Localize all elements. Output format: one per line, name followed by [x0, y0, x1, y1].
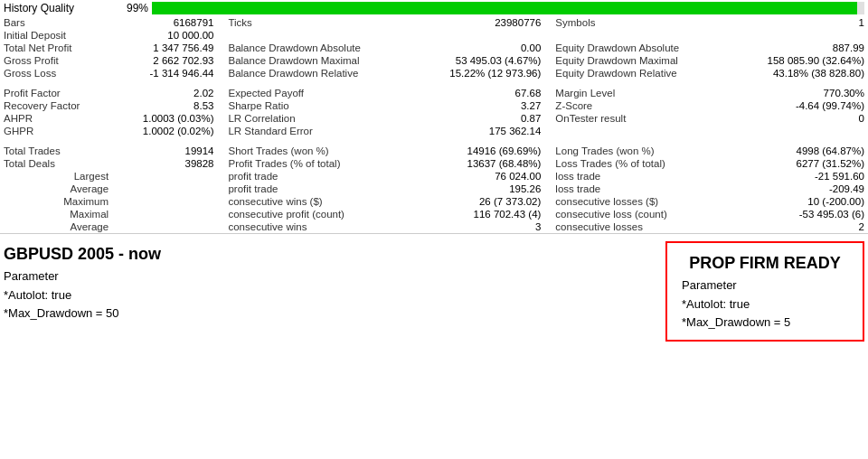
cell-label: Profit Trades (% of total)	[224, 157, 411, 170]
cell-value: 13637 (68.48%)	[412, 157, 544, 170]
table-row: Initial Deposit 10 000.00	[0, 29, 868, 42]
cell-value: 76 024.00	[412, 170, 544, 183]
cell-label: LR Correlation	[224, 112, 411, 125]
cell-label: consecutive profit (count)	[224, 208, 411, 220]
table-row: Average consecutive wins 3 consecutive l…	[0, 220, 868, 233]
cell-value: 67.68	[412, 87, 544, 99]
left-autolot: *Autolot: true	[4, 286, 655, 305]
cell-label: Total Trades	[0, 145, 112, 157]
cell-label: Bars	[0, 16, 112, 29]
cell-label: profit trade	[224, 183, 411, 195]
cell-label: Loss Trades (% of total)	[552, 157, 728, 170]
table-row: Gross Loss -1 314 946.44 Balance Drawdow…	[0, 67, 868, 80]
cell-label: Balance Drawdown Maximal	[224, 54, 411, 67]
cell-value	[112, 195, 217, 208]
table-row: Profit Factor 2.02 Expected Payoff 67.68…	[0, 87, 868, 99]
table-row: Total Net Profit 1 347 756.49 Balance Dr…	[0, 42, 868, 54]
cell-value: 2	[728, 220, 868, 233]
cell-value: 2 662 702.93	[112, 54, 217, 67]
table-row: Maximum consecutive wins ($) 26 (7 373.0…	[0, 195, 868, 208]
left-info: GBPUSD 2005 - now Parameter *Autolot: tr…	[4, 241, 655, 342]
table-row: Maximal consecutive profit (count) 116 7…	[0, 208, 868, 220]
right-info: PROP FIRM READY Parameter *Autolot: true…	[665, 241, 864, 342]
cell-value: 1.0003 (0.03%)	[112, 112, 217, 125]
cell-label: Margin Level	[552, 87, 728, 99]
cell-label: Total Net Profit	[0, 42, 112, 54]
table-row: Recovery Factor 8.53 Sharpe Ratio 3.27 Z…	[0, 99, 868, 112]
cell-value: 10 (-200.00)	[728, 195, 868, 208]
cell-value: 39828	[112, 157, 217, 170]
cell-label: consecutive losses	[552, 220, 728, 233]
left-max-drawdown: *Max_Drawdown = 50	[4, 304, 655, 323]
left-param-label: Parameter	[4, 267, 655, 286]
cell-label: Ticks	[224, 16, 411, 29]
cell-label: Maximal	[0, 208, 112, 220]
right-autolot: *Autolot: true	[682, 295, 848, 314]
table-row: Total Deals 39828 Profit Trades (% of to…	[0, 157, 868, 170]
cell-value	[728, 125, 868, 137]
cell-label: Sharpe Ratio	[224, 99, 411, 112]
cell-value: 0.87	[412, 112, 544, 125]
table-row: Largest profit trade 76 024.00 loss trad…	[0, 170, 868, 183]
cell-label	[224, 29, 411, 42]
cell-value: 175 362.14	[412, 125, 544, 137]
table-row: AHPR 1.0003 (0.03%) LR Correlation 0.87 …	[0, 112, 868, 125]
right-max-drawdown: *Max_Drawdown = 5	[682, 314, 848, 333]
cell-value: 8.53	[112, 99, 217, 112]
cell-label: GHPR	[0, 125, 112, 137]
table-row: Average profit trade 195.26 loss trade -…	[0, 183, 868, 195]
cell-label	[552, 125, 728, 137]
cell-label: Average	[0, 183, 112, 195]
cell-value: 4998 (64.87%)	[728, 145, 868, 157]
right-title: PROP FIRM READY	[682, 250, 848, 276]
cell-label: AHPR	[0, 112, 112, 125]
cell-value: 195.26	[412, 183, 544, 195]
cell-label	[552, 29, 728, 42]
cell-label: Balance Drawdown Relative	[224, 67, 411, 80]
cell-label: loss trade	[552, 170, 728, 183]
cell-value	[412, 29, 544, 42]
cell-value: 2.02	[112, 87, 217, 99]
cell-value: 0	[728, 112, 868, 125]
table-row: GHPR 1.0002 (0.02%) LR Standard Error 17…	[0, 125, 868, 137]
cell-label: profit trade	[224, 170, 411, 183]
table-row: Bars 6168791 Ticks 23980776 Symbols 1	[0, 16, 868, 29]
cell-value: 6168791	[112, 16, 217, 29]
cell-value: 19914	[112, 145, 217, 157]
cell-label: Average	[0, 220, 112, 233]
cell-label: Largest	[0, 170, 112, 183]
progress-bar-fill	[152, 2, 857, 14]
cell-label: Short Trades (won %)	[224, 145, 411, 157]
cell-label: Total Deals	[0, 157, 112, 170]
cell-label: consecutive wins	[224, 220, 411, 233]
cell-value	[112, 170, 217, 183]
cell-label: Balance Drawdown Absolute	[224, 42, 411, 54]
cell-label: consecutive wins ($)	[224, 195, 411, 208]
cell-value: 3	[412, 220, 544, 233]
cell-value: 3.27	[412, 99, 544, 112]
history-quality-row: History Quality 99%	[0, 0, 868, 16]
cell-value: 14916 (69.69%)	[412, 145, 544, 157]
cell-value: 116 702.43 (4)	[412, 208, 544, 220]
table-row: Total Trades 19914 Short Trades (won %) …	[0, 145, 868, 157]
cell-label: Recovery Factor	[0, 99, 112, 112]
cell-label: Equity Drawdown Maximal	[552, 54, 728, 67]
cell-label: Expected Payoff	[224, 87, 411, 99]
cell-value: 1 347 756.49	[112, 42, 217, 54]
cell-label: loss trade	[552, 183, 728, 195]
cell-value: -21 591.60	[728, 170, 868, 183]
cell-value	[112, 183, 217, 195]
cell-label: Equity Drawdown Absolute	[552, 42, 728, 54]
cell-value: -1 314 946.44	[112, 67, 217, 80]
cell-label: Initial Deposit	[0, 29, 112, 42]
cell-label: Profit Factor	[0, 87, 112, 99]
cell-label: Gross Loss	[0, 67, 112, 80]
cell-value: -4.64 (99.74%)	[728, 99, 868, 112]
cell-value	[112, 208, 217, 220]
cell-value: 43.18% (38 828.80)	[728, 67, 868, 80]
right-param-label: Parameter	[682, 276, 848, 295]
cell-label: Z-Score	[552, 99, 728, 112]
stats-table: Bars 6168791 Ticks 23980776 Symbols 1 In…	[0, 16, 868, 233]
cell-value	[112, 220, 217, 233]
cell-value: 23980776	[412, 16, 544, 29]
